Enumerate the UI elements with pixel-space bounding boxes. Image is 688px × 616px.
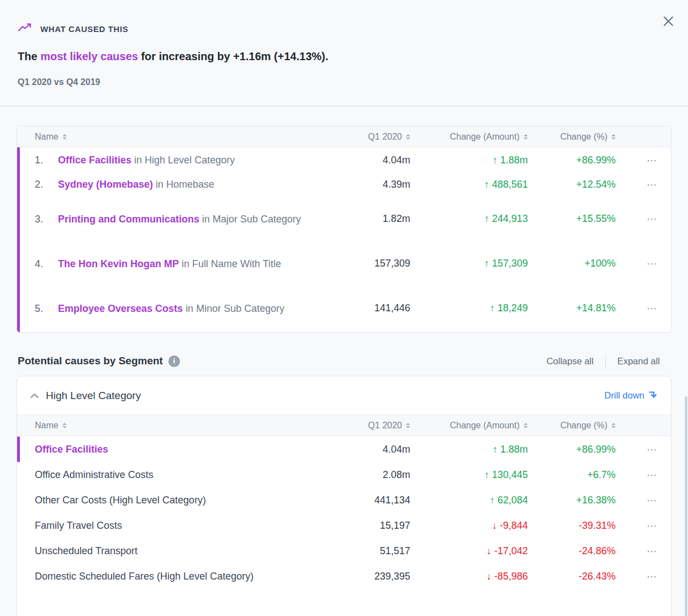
column-header-change-amount[interactable]: Change (Amount) — [410, 421, 528, 431]
change-pct-value: +14.81% — [576, 302, 616, 314]
vertical-scrollbar-thumb[interactable] — [685, 396, 687, 616]
rank-number: 4. — [35, 253, 58, 275]
ellipsis-menu-icon[interactable]: ⋯ — [647, 495, 671, 506]
info-icon[interactable]: i — [168, 355, 180, 367]
column-header-name[interactable]: Name — [17, 132, 361, 142]
collapse-all-button[interactable]: Collapse all — [535, 356, 605, 367]
table-row: Office Administrative Costs 2.08m ↑ 130,… — [17, 462, 671, 487]
q1-2020-value: 441,134 — [374, 495, 410, 506]
rank-number: 1. — [35, 149, 58, 171]
table-row: 5.Employee Overseas Costsin Minor Sub Ca… — [17, 286, 671, 331]
ellipsis-menu-icon[interactable]: ⋯ — [647, 470, 671, 480]
change-pct-value: +100% — [584, 258, 616, 269]
cause-name-cell: 1.Office Facilitiesin High Level Categor… — [17, 149, 361, 171]
comparison-period: Q1 2020 vs Q4 2019 — [18, 77, 670, 87]
sort-icon — [523, 423, 528, 428]
change-pct-value: +12.54% — [576, 179, 616, 190]
q1-2020-value: 239,395 — [374, 571, 410, 582]
table-header-row: Name Q1 2020 Change (Amount) Change (%) — [17, 126, 671, 147]
cause-segment-context: in High Level Category — [134, 155, 235, 166]
q1-2020-value: 4.04m — [383, 155, 410, 166]
change-pct-value: -26.43% — [579, 571, 616, 582]
q1-2020-value: 141,446 — [374, 302, 410, 314]
ellipsis-menu-icon[interactable]: ⋯ — [647, 521, 671, 531]
ellipsis-menu-icon[interactable]: ⋯ — [647, 258, 671, 269]
change-amount-value: ↑ 157,309 — [484, 258, 528, 269]
change-direction-arrow-icon: ↑ — [484, 469, 489, 480]
change-direction-arrow-icon: ↓ — [486, 545, 491, 556]
segment-value-name[interactable]: Office Facilities — [17, 444, 361, 455]
table-row: Other Car Costs (High Level Category) 44… — [17, 487, 671, 513]
sort-icon — [62, 134, 67, 140]
panel-kicker: WHAT CAUSED THIS — [40, 24, 128, 34]
change-amount-value: ↓ -9,844 — [492, 520, 528, 532]
change-direction-arrow-icon: ↑ — [484, 258, 489, 269]
sort-icon — [406, 134, 410, 140]
cause-name[interactable]: Office Facilities — [58, 155, 131, 166]
column-header-name[interactable]: Name — [17, 421, 361, 431]
table-row: Family Travel Costs 15,197 ↓ -9,844 -39.… — [17, 513, 671, 538]
what-caused-this-header: WHAT CAUSED THIS The most likely causes … — [0, 0, 688, 87]
close-icon[interactable] — [660, 13, 676, 29]
rank-number: 3. — [35, 208, 58, 230]
table-row: Office Facilities 4.04m ↑ 1.88m +86.99% … — [17, 437, 671, 462]
cause-name[interactable]: The Hon Kevin Hogan MP — [58, 258, 179, 269]
segment-group-name: High Level Category — [46, 390, 141, 402]
table-row: 2.Sydney (Homebase)in Homebase 4.39m ↑ 4… — [17, 172, 671, 197]
change-amount-value: ↑ 488,561 — [484, 179, 528, 190]
change-direction-arrow-icon: ↑ — [484, 213, 489, 224]
change-direction-arrow-icon: ↑ — [493, 155, 498, 166]
sort-icon — [406, 423, 410, 428]
q1-2020-value: 157,309 — [374, 258, 410, 269]
column-header-q1-2020[interactable]: Q1 2020 — [361, 132, 410, 142]
ellipsis-menu-icon[interactable]: ⋯ — [647, 444, 671, 455]
change-pct-value: +86.99% — [576, 444, 616, 455]
q1-2020-value: 4.04m — [383, 444, 410, 455]
change-pct-value: -24.86% — [579, 545, 616, 557]
change-amount-value: ↑ 130,445 — [484, 469, 528, 481]
table-row: 3.Printing and Communicationsin Major Su… — [17, 197, 671, 241]
headline: The most likely causes for increasing by… — [18, 50, 670, 63]
header-divider — [0, 105, 688, 107]
top-causes-body: 1.Office Facilitiesin High Level Categor… — [17, 147, 671, 332]
segment-value-name[interactable]: Family Travel Costs — [17, 520, 361, 532]
change-direction-arrow-icon: ↑ — [484, 179, 489, 190]
table-row: 1.Office Facilitiesin High Level Categor… — [17, 148, 671, 172]
trend-up-icon — [18, 22, 33, 35]
q1-2020-value: 2.08m — [383, 469, 410, 481]
sort-icon — [523, 134, 528, 140]
ellipsis-menu-icon[interactable]: ⋯ — [647, 155, 671, 166]
cause-name[interactable]: Printing and Communications — [58, 214, 199, 225]
segment-group-toggle[interactable]: High Level Category — [30, 390, 141, 402]
expand-all-button[interactable]: Expand all — [606, 356, 671, 367]
segment-value-name[interactable]: Unscheduled Transport — [17, 545, 361, 557]
cause-name[interactable]: Employee Overseas Costs — [58, 303, 183, 314]
cause-segment-context: in Full Name With Title — [182, 258, 281, 269]
sort-icon — [62, 423, 67, 428]
segment-value-name[interactable]: Other Car Costs (High Level Category) — [17, 495, 361, 506]
ellipsis-menu-icon[interactable]: ⋯ — [647, 546, 671, 556]
segment-value-name[interactable]: Office Administrative Costs — [17, 469, 361, 481]
cause-name-cell: 4.The Hon Kevin Hogan MPin Full Name Wit… — [17, 253, 361, 275]
segment-section-title: Potential causes by Segment — [18, 355, 163, 367]
change-pct-value: -39.31% — [579, 520, 616, 532]
drill-down-button[interactable]: Drill down — [605, 390, 658, 401]
column-header-change-pct[interactable]: Change (%) — [528, 421, 616, 431]
cause-name[interactable]: Sydney (Homebase) — [58, 179, 153, 190]
column-header-change-amount[interactable]: Change (Amount) — [410, 132, 528, 142]
ellipsis-menu-icon[interactable]: ⋯ — [647, 214, 671, 224]
segment-value-name[interactable]: Domestic Scheduled Fares (High Level Cat… — [17, 571, 361, 582]
sort-icon — [611, 423, 616, 428]
segment-group-card: High Level Category Drill down Name Q1 2… — [17, 376, 671, 616]
segment-group-header: High Level Category Drill down — [17, 376, 671, 415]
change-direction-arrow-icon: ↓ — [486, 571, 491, 582]
sort-icon — [611, 134, 616, 140]
column-header-change-pct[interactable]: Change (%) — [528, 132, 616, 142]
ellipsis-menu-icon[interactable]: ⋯ — [647, 303, 671, 314]
table-row: Domestic Scheduled Fares (High Level Cat… — [17, 564, 671, 589]
cause-segment-context: in Minor Sub Category — [186, 303, 284, 314]
q1-2020-value: 4.39m — [383, 179, 410, 190]
ellipsis-menu-icon[interactable]: ⋯ — [647, 571, 671, 582]
column-header-q1-2020[interactable]: Q1 2020 — [361, 421, 410, 431]
ellipsis-menu-icon[interactable]: ⋯ — [647, 179, 671, 190]
